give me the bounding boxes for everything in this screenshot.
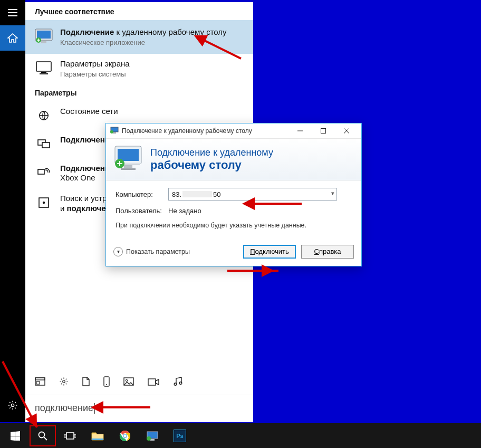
svg-rect-22 xyxy=(148,379,156,385)
svg-rect-3 xyxy=(41,41,46,43)
rdp-app-icon xyxy=(35,27,53,45)
label-user: Пользователь: xyxy=(116,207,168,215)
cat-image-icon[interactable] xyxy=(123,377,134,388)
file-explorer-button[interactable] xyxy=(84,425,111,446)
label-computer: Компьютер: xyxy=(116,190,168,198)
svg-rect-44 xyxy=(150,439,155,441)
chevron-down-circle-icon: ▾ xyxy=(113,247,123,256)
rdp-titlebar[interactable]: Подключение к удаленному рабочему столу xyxy=(106,123,361,138)
svg-rect-32 xyxy=(121,168,136,170)
cat-document-icon[interactable] xyxy=(82,377,90,389)
cat-video-icon[interactable] xyxy=(148,377,159,388)
section-best-match: Лучшее соответствие xyxy=(25,2,253,20)
category-strip xyxy=(25,371,253,395)
monitor-icon xyxy=(35,59,53,77)
cat-app-icon[interactable] xyxy=(35,377,45,388)
connect-button[interactable]: Подключить xyxy=(243,245,296,259)
svg-point-23 xyxy=(174,383,177,385)
photoshop-button[interactable]: Ps xyxy=(167,425,193,446)
rdp-window: Подключение к удаленному рабочему столу … xyxy=(105,123,362,266)
rdp-banner: Подключение к удаленному рабочему столу xyxy=(106,138,361,180)
computer-value-suffix: 50 xyxy=(213,190,220,198)
chevron-down-icon[interactable]: ▾ xyxy=(331,190,334,197)
chrome-icon xyxy=(119,430,131,442)
svg-point-13 xyxy=(43,202,45,204)
svg-point-27 xyxy=(110,130,113,134)
rdp-icon xyxy=(146,431,159,441)
display-settings-title: Параметры экрана xyxy=(60,59,244,69)
search-icon xyxy=(38,431,47,441)
computer-value-prefix: 83. xyxy=(172,190,181,198)
svg-rect-28 xyxy=(321,129,326,134)
home-button[interactable] xyxy=(0,25,25,51)
task-view-icon xyxy=(64,432,76,440)
hamburger-button[interactable] xyxy=(0,0,25,25)
windows-icon xyxy=(11,431,20,441)
cat-phone-icon[interactable] xyxy=(103,376,110,389)
svg-point-45 xyxy=(147,436,151,441)
banner-line2: рабочему столу xyxy=(150,158,273,172)
svg-rect-6 xyxy=(41,72,46,73)
taskbar: Ps xyxy=(0,423,481,448)
cat-music-icon[interactable] xyxy=(173,377,182,389)
display-settings-sub: Параметры системы xyxy=(60,70,244,78)
user-value: Не задано xyxy=(168,207,201,215)
stream-icon xyxy=(35,164,53,182)
rdp-banner-icon xyxy=(113,145,143,174)
rail-settings-button[interactable] xyxy=(0,393,25,418)
svg-point-42 xyxy=(123,434,127,437)
globe-icon xyxy=(35,107,53,125)
best-match-text: Подключение к удаленному рабочему столу … xyxy=(60,27,244,46)
search-input[interactable]: подключение xyxy=(25,395,253,422)
connect-icon xyxy=(35,135,53,153)
home-icon xyxy=(7,33,18,43)
photoshop-icon: Ps xyxy=(174,430,186,442)
svg-rect-15 xyxy=(35,378,45,380)
svg-rect-36 xyxy=(64,434,66,437)
rdp-title-icon xyxy=(110,127,119,135)
svg-point-17 xyxy=(63,380,65,383)
svg-rect-11 xyxy=(38,169,44,174)
svg-rect-26 xyxy=(113,132,116,134)
banner-line1: Подключение к удаленному xyxy=(150,147,273,158)
maximize-button[interactable] xyxy=(312,123,335,138)
chrome-button[interactable] xyxy=(112,425,138,446)
svg-rect-31 xyxy=(124,165,132,168)
minimize-button[interactable] xyxy=(288,123,312,138)
svg-rect-7 xyxy=(40,73,48,74)
svg-point-24 xyxy=(179,382,182,384)
close-button[interactable] xyxy=(335,123,358,138)
result-display-settings[interactable]: Параметры экрана Параметры системы xyxy=(25,54,253,83)
taskbar-search-button[interactable] xyxy=(30,425,56,446)
svg-rect-35 xyxy=(66,433,74,439)
search-query-text: подключение xyxy=(35,403,93,413)
rdp-note: При подключении необходимо будет указать… xyxy=(116,221,352,230)
svg-point-0 xyxy=(11,404,14,406)
square-dot-icon xyxy=(35,194,53,212)
computer-combo[interactable]: 83. 50 ▾ xyxy=(168,188,337,201)
svg-rect-37 xyxy=(74,434,76,437)
svg-rect-16 xyxy=(36,382,40,384)
show-options-toggle[interactable]: ▾ Показать параметры xyxy=(113,247,190,256)
cat-settings-icon[interactable] xyxy=(59,377,69,389)
start-button[interactable] xyxy=(2,425,28,446)
task-view-button[interactable] xyxy=(57,425,83,446)
svg-point-21 xyxy=(126,379,128,382)
section-params: Параметры xyxy=(25,83,253,101)
start-left-rail xyxy=(0,0,25,422)
svg-rect-2 xyxy=(37,31,51,39)
svg-point-34 xyxy=(39,432,45,437)
folder-icon xyxy=(91,431,104,441)
rdp-taskbar-button[interactable] xyxy=(139,425,166,446)
result-best-match[interactable]: Подключение к удаленному рабочему столу … xyxy=(25,20,253,54)
rdp-title-text: Подключение к удаленному рабочему столу xyxy=(122,127,252,135)
svg-point-19 xyxy=(106,384,107,385)
help-button[interactable]: Справка xyxy=(301,245,354,259)
gear-icon xyxy=(7,400,18,411)
svg-rect-10 xyxy=(42,142,50,148)
svg-rect-39 xyxy=(92,439,103,440)
hamburger-icon xyxy=(8,9,17,16)
svg-rect-5 xyxy=(36,62,51,71)
